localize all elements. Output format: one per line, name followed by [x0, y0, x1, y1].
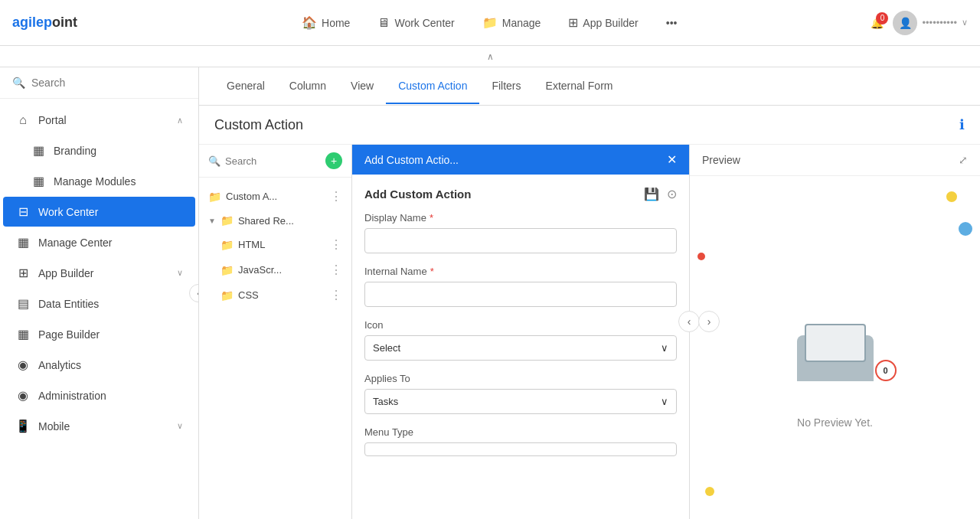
- more-icon[interactable]: ⋮: [330, 189, 342, 204]
- pagebuilder-icon: ▦: [15, 327, 31, 341]
- chevron-down-icon: ∨: [962, 18, 968, 28]
- preview-title: Preview: [702, 154, 740, 166]
- sidebar-item-manage-modules[interactable]: ▦ Manage Modules: [3, 166, 195, 196]
- more-icon-javascr[interactable]: ⋮: [330, 263, 342, 277]
- username-text: ••••••••••: [922, 17, 957, 28]
- sidebar-item-label-dataentities: Data Entities: [38, 298, 183, 310]
- sidebar-collapse-icon: ‹: [197, 289, 199, 298]
- nav-more[interactable]: •••: [655, 11, 688, 35]
- nav-more-label: •••: [666, 17, 678, 29]
- sidebar-item-analytics[interactable]: ◉ Analytics: [3, 350, 195, 380]
- more-icon-html[interactable]: ⋮: [330, 237, 342, 252]
- nav-workcenter[interactable]: 🖥 Work Center: [367, 10, 465, 36]
- nav-manage-label: Manage: [502, 17, 541, 29]
- settings-icon[interactable]: ⊙: [667, 187, 677, 201]
- tab-general[interactable]: General: [214, 69, 277, 104]
- tree-item-css[interactable]: 📁 CSS ⋮: [199, 282, 351, 308]
- form-group-internal-name: Internal Name *: [364, 266, 677, 307]
- form-group-display-name: Display Name *: [364, 212, 677, 253]
- logo-agile-text: agile: [12, 15, 44, 31]
- left-arrow-button[interactable]: ‹: [678, 311, 700, 332]
- logo: agilepoint: [12, 15, 77, 31]
- nav-manage[interactable]: 📁 Manage: [472, 9, 552, 36]
- internal-name-label: Internal Name *: [364, 266, 677, 277]
- tree-item-custom-a[interactable]: 📁 Custom A... ⋮: [199, 184, 351, 209]
- sidebar-item-label-administration: Administration: [38, 390, 183, 402]
- sidebar-item-workcenter[interactable]: ⊟ Work Center: [3, 197, 195, 227]
- sidebar-item-dataentities[interactable]: ▤ Data Entities: [3, 289, 195, 318]
- required-indicator-2: *: [430, 266, 434, 277]
- logo-dot: p: [44, 15, 52, 31]
- sidebar-item-portal[interactable]: ⌂ Portal ∧: [3, 106, 195, 135]
- illustration-screen: [805, 324, 866, 362]
- nav-home[interactable]: 🏠 Home: [291, 9, 361, 36]
- left-search-icon: 🔍: [208, 155, 220, 167]
- save-icon[interactable]: 💾: [644, 187, 659, 201]
- tab-externalform[interactable]: External Form: [534, 69, 626, 104]
- display-name-input[interactable]: [364, 228, 677, 253]
- sidebar-item-label-portal: Portal: [38, 114, 177, 126]
- preview-illustration: 0: [759, 266, 912, 404]
- sidebar-item-managecenter[interactable]: ▦ Manage Center: [3, 227, 195, 257]
- tree-item-javascr[interactable]: 📁 JavaScr... ⋮: [199, 257, 351, 282]
- nav-appbuilder-label: App Builder: [583, 17, 638, 29]
- dialog-body-header: Add Custom Action 💾 ⊙: [364, 187, 677, 201]
- right-arrow-button[interactable]: ›: [698, 311, 720, 332]
- icon-select[interactable]: Select ∨: [364, 335, 677, 361]
- manage-modules-icon: ▦: [31, 174, 46, 188]
- tab-bar: General Column View Custom Action Filter…: [199, 67, 980, 106]
- dialog-body: Add Custom Action 💾 ⊙ Display Name *: [352, 175, 689, 519]
- left-panel-search: 🔍: [208, 155, 325, 167]
- sidebar-item-label-branding: Branding: [54, 145, 183, 157]
- expand-icon[interactable]: ⤢: [959, 154, 968, 166]
- custom-action-header: Custom Action ℹ: [199, 106, 980, 145]
- sidebar-item-label-pagebuilder: Page Builder: [38, 328, 183, 341]
- tab-customaction[interactable]: Custom Action: [386, 69, 479, 104]
- decoration-dot-yellow-bottom: [705, 487, 714, 496]
- managecenter-icon: ▦: [15, 235, 31, 250]
- logo-point-text: oint: [52, 15, 77, 31]
- folder-icon-5: 📁: [220, 289, 234, 302]
- sidebar-item-appbuilder[interactable]: ⊞ App Builder ∨: [3, 258, 195, 288]
- collapse-bar[interactable]: ∧: [0, 46, 980, 67]
- nav-items: 🏠 Home 🖥 Work Center 📁 Manage ⊞ App Buil…: [108, 9, 871, 36]
- internal-name-input[interactable]: [364, 282, 677, 307]
- sidebar-item-label-analytics: Analytics: [38, 359, 183, 371]
- nav-appbuilder[interactable]: ⊞ App Builder: [557, 9, 648, 36]
- sidebar-item-pagebuilder[interactable]: ▦ Page Builder: [3, 319, 195, 349]
- tree-label-shared-re: Shared Re...: [238, 215, 342, 227]
- tree-item-html[interactable]: 📁 HTML ⋮: [199, 232, 351, 257]
- sidebar-item-mobile[interactable]: 📱 Mobile ∨: [3, 411, 195, 441]
- sidebar-item-administration[interactable]: ◉ Administration: [3, 380, 195, 410]
- dialog-header-title: Add Custom Actio...: [364, 154, 459, 166]
- sidebar-search-area: 🔍: [0, 67, 198, 99]
- info-icon[interactable]: ℹ: [959, 116, 965, 133]
- left-panel-search-input[interactable]: [225, 155, 325, 167]
- manage-icon: 📁: [482, 15, 498, 30]
- middle-panel: Add Custom Actio... ✕ Add Custom Action …: [352, 145, 689, 519]
- chevron-up-icon: ∧: [177, 116, 183, 126]
- user-avatar-area[interactable]: 👤 •••••••••• ∨: [893, 11, 968, 35]
- add-item-button[interactable]: +: [325, 152, 342, 169]
- applies-to-select[interactable]: Tasks ∨: [364, 389, 677, 414]
- search-input[interactable]: [31, 77, 186, 89]
- folder-icon-4: 📁: [220, 264, 234, 276]
- page-title: Custom Action: [214, 117, 303, 133]
- display-name-label: Display Name *: [364, 212, 677, 224]
- more-icon-css[interactable]: ⋮: [330, 288, 342, 302]
- dialog-close-button[interactable]: ✕: [667, 152, 677, 167]
- notification-bell[interactable]: 🔔 0: [871, 17, 884, 29]
- tab-filters[interactable]: Filters: [479, 69, 533, 104]
- dialog-body-title: Add Custom Action: [364, 188, 471, 201]
- tab-column[interactable]: Column: [277, 69, 338, 104]
- file-tree: 📁 Custom A... ⋮ ▼ 📁 Shared Re... 📁 HTML …: [199, 178, 351, 519]
- icon-label: Icon: [364, 319, 677, 331]
- tab-view[interactable]: View: [338, 69, 386, 104]
- tree-label-css: CSS: [238, 289, 325, 301]
- sidebar-item-branding[interactable]: ▦ Branding: [3, 135, 195, 165]
- applies-to-label: Applies To: [364, 373, 677, 384]
- decoration-dot-blue: [959, 222, 972, 236]
- tree-item-shared-re[interactable]: ▼ 📁 Shared Re...: [199, 209, 351, 232]
- menu-type-select[interactable]: [364, 442, 677, 456]
- notification-number-badge: 0: [875, 360, 897, 381]
